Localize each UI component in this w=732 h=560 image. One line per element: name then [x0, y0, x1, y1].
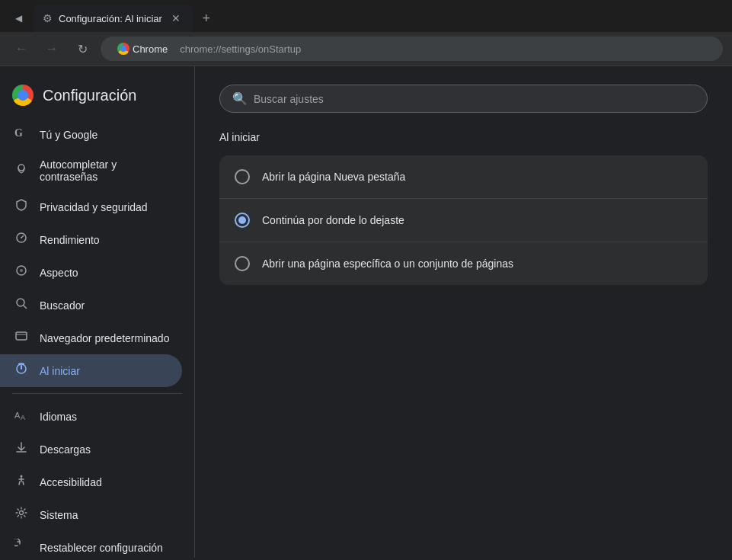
svg-text:A: A: [21, 414, 25, 421]
sidebar-label-rendimiento: Rendimiento: [40, 234, 100, 246]
svg-rect-8: [16, 332, 27, 340]
search-bar[interactable]: 🔍: [219, 85, 708, 113]
option-continua[interactable]: Continúa por donde lo dejaste: [219, 199, 708, 242]
refresh-button[interactable]: ↻: [70, 37, 94, 61]
sidebar-icon-autocompletar: [12, 162, 30, 180]
sidebar-icon-sistema: [12, 506, 30, 523]
sidebar-label-restablecer: Restablecer configuración: [40, 542, 163, 554]
sidebar-label-al-iniciar: Al iniciar: [40, 365, 80, 377]
chrome-logo-icon: [117, 43, 129, 55]
sidebar-item-al-iniciar[interactable]: Al iniciar: [0, 354, 182, 387]
sidebar: Configuración GTú y GoogleAutocompletar …: [0, 66, 195, 558]
active-tab: ⚙ Configuración: Al iniciar ✕: [34, 5, 193, 32]
sidebar-item-accesibilidad[interactable]: Accesibilidad: [0, 466, 182, 498]
radio-pagina-especifica: [235, 256, 250, 271]
sidebar-item-privacidad[interactable]: Privacidad y seguridad: [0, 190, 182, 223]
sidebar-divider: [12, 393, 182, 394]
tab-close-button[interactable]: ✕: [168, 11, 184, 26]
address-bar[interactable]: Chrome chrome://settings/onStartup: [101, 37, 723, 61]
chrome-label: Chrome: [133, 43, 168, 55]
svg-line-7: [24, 306, 27, 309]
sidebar-label-accesibilidad: Accesibilidad: [40, 476, 102, 488]
sidebar-title: Configuración: [43, 87, 136, 104]
option-label-continua: Continúa por donde lo dejaste: [262, 214, 404, 226]
sidebar-item-autocompletar[interactable]: Autocompletar y contraseñas: [0, 151, 182, 190]
tab-title: Configuración: Al iniciar: [59, 13, 162, 24]
sidebar-label-idiomas: Idiomas: [40, 411, 77, 423]
sidebar-item-buscador[interactable]: Buscador: [0, 289, 182, 322]
sidebar-item-rendimiento[interactable]: Rendimiento: [0, 223, 182, 256]
prev-tabs-button[interactable]: ◀: [6, 6, 30, 30]
svg-point-1: [18, 165, 24, 171]
sidebar-icon-al-iniciar: [12, 362, 30, 379]
svg-point-15: [20, 511, 24, 515]
radio-inner-continua: [238, 216, 246, 224]
sidebar-item-navegador[interactable]: Navegador predeterminado: [0, 322, 182, 354]
sidebar-item-restablecer[interactable]: Restablecer configuración: [0, 531, 182, 558]
svg-text:G: G: [14, 127, 23, 139]
svg-point-5: [20, 269, 23, 272]
sidebar-item-idiomas[interactable]: AAIdiomas: [0, 400, 182, 433]
sidebar-icon-rendimiento: [12, 231, 30, 248]
forward-button[interactable]: →: [40, 37, 64, 61]
sidebar-icon-restablecer: [12, 539, 30, 556]
svg-point-6: [17, 299, 24, 306]
main-content: 🔍 Al iniciar Abrir la página Nueva pesta…: [195, 66, 732, 558]
radio-continua: [235, 213, 250, 228]
sidebar-icon-tu-y-google: G: [12, 126, 30, 143]
sidebar-label-aspecto: Aspecto: [40, 267, 78, 279]
chrome-settings-logo-icon: [12, 85, 34, 106]
sidebar-label-tu-y-google: Tú y Google: [40, 129, 97, 141]
sidebar-item-descargas[interactable]: Descargas: [0, 433, 182, 466]
svg-point-3: [21, 237, 22, 238]
svg-point-14: [21, 475, 23, 478]
option-nueva-pestana[interactable]: Abrir la página Nueva pestaña: [219, 155, 708, 199]
startup-options-card: Abrir la página Nueva pestañaContinúa po…: [219, 155, 708, 285]
option-pagina-especifica[interactable]: Abrir una página específica o un conjunt…: [219, 242, 708, 285]
sidebar-icon-idiomas: AA: [12, 408, 30, 425]
sidebar-icon-descargas: [12, 440, 30, 458]
new-tab-button[interactable]: +: [196, 8, 217, 29]
sidebar-item-tu-y-google[interactable]: GTú y Google: [0, 118, 182, 151]
sidebar-label-buscador: Buscador: [40, 299, 85, 312]
sidebar-label-sistema: Sistema: [40, 509, 78, 521]
sidebar-icon-privacidad: [12, 198, 30, 216]
sidebar-label-privacidad: Privacidad y seguridad: [40, 201, 148, 213]
radio-nueva-pestana: [235, 169, 250, 184]
sidebar-icon-aspecto: [12, 264, 30, 281]
sidebar-label-autocompletar: Autocompletar y contraseñas: [40, 158, 170, 183]
sidebar-icon-buscador: [12, 296, 30, 314]
search-input[interactable]: [254, 93, 695, 105]
sidebar-label-navegador: Navegador predeterminado: [40, 332, 169, 344]
tab-settings-icon: ⚙: [43, 12, 53, 24]
sidebar-item-aspecto[interactable]: Aspecto: [0, 256, 182, 289]
sidebar-icon-navegador: [12, 329, 30, 347]
option-label-nueva-pestana: Abrir la página Nueva pestaña: [262, 171, 405, 183]
section-title: Al iniciar: [219, 131, 708, 143]
url-display: chrome://settings/onStartup: [180, 43, 301, 55]
option-label-pagina-especifica: Abrir una página específica o un conjunt…: [262, 258, 513, 270]
back-button[interactable]: ←: [9, 37, 34, 61]
search-icon: 🔍: [232, 91, 248, 106]
sidebar-item-sistema[interactable]: Sistema: [0, 498, 182, 531]
svg-text:A: A: [14, 411, 21, 420]
sidebar-icon-accesibilidad: [12, 473, 30, 491]
sidebar-label-descargas: Descargas: [40, 443, 91, 456]
